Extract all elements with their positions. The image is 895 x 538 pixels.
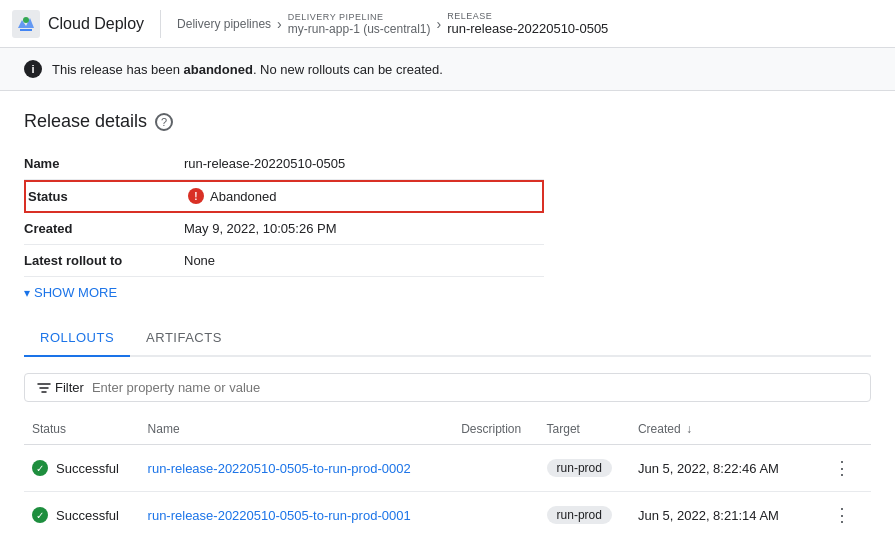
banner-message: This release has been abandoned. No new … <box>52 62 443 77</box>
error-icon: ! <box>188 188 204 204</box>
chevron-down-icon: ▾ <box>24 286 30 300</box>
row-1-status: ✓ Successful <box>24 445 140 492</box>
app-name: Cloud Deploy <box>48 15 144 33</box>
breadcrumb-release-name: run-release-20220510-0505 <box>447 21 608 36</box>
detail-label-latest-rollout: Latest rollout to <box>24 245 184 277</box>
row-2-target: run-prod <box>539 492 630 539</box>
detail-value-latest-rollout: None <box>184 245 544 277</box>
filter-text: Filter <box>55 380 84 395</box>
abandoned-label: abandoned <box>184 62 253 77</box>
filter-label: Filter <box>37 380 84 395</box>
breadcrumb-pipeline-section: DELIVERY PIPELINE my-run-app-1 (us-centr… <box>288 12 431 36</box>
tab-bar: ROLLOUTS ARTIFACTS <box>24 320 871 357</box>
logo-area: Cloud Deploy <box>12 10 161 38</box>
target-chip-2: run-prod <box>547 506 612 524</box>
rollouts-table: Status Name Description Target Created ↓… <box>24 414 871 538</box>
col-header-status: Status <box>24 414 140 445</box>
status-cell: ! Abandoned <box>188 188 540 204</box>
tab-artifacts[interactable]: ARTIFACTS <box>130 320 238 357</box>
row-2-description <box>453 492 538 539</box>
rollouts-table-header: Status Name Description Target Created ↓ <box>24 414 871 445</box>
detail-value-created: May 9, 2022, 10:05:26 PM <box>184 213 544 245</box>
filter-icon <box>37 381 51 395</box>
cloud-deploy-logo-icon <box>12 10 40 38</box>
info-icon: i <box>24 60 42 78</box>
detail-label-created: Created <box>24 213 184 245</box>
main-content: Release details ? Name run-release-20220… <box>0 91 895 538</box>
row-1-actions: ⋮ <box>819 445 871 492</box>
table-row: ✓ Successful run-release-20220510-0505-t… <box>24 445 871 492</box>
show-more-label: SHOW MORE <box>34 285 117 300</box>
target-chip-1: run-prod <box>547 459 612 477</box>
detail-label-name: Name <box>24 148 184 180</box>
success-icon-1: ✓ <box>32 460 48 476</box>
col-header-name: Name <box>140 414 454 445</box>
release-details-heading-area: Release details ? <box>24 111 871 132</box>
status-success-1: ✓ Successful <box>32 460 132 476</box>
row-2-created: Jun 5, 2022, 8:21:14 AM <box>630 492 819 539</box>
col-header-description: Description <box>453 414 538 445</box>
release-details-table: Name run-release-20220510-0505 Status ! … <box>24 148 544 277</box>
status-text: Abandoned <box>210 189 277 204</box>
col-header-created[interactable]: Created ↓ <box>630 414 819 445</box>
breadcrumb: Delivery pipelines › DELIVERY PIPELINE m… <box>161 11 608 36</box>
detail-row-created: Created May 9, 2022, 10:05:26 PM <box>24 213 544 245</box>
table-row: ✓ Successful run-release-20220510-0505-t… <box>24 492 871 539</box>
breadcrumb-delivery-pipelines[interactable]: Delivery pipelines <box>177 17 271 31</box>
detail-value-status: ! Abandoned <box>184 180 544 213</box>
row-1-more-button[interactable]: ⋮ <box>827 455 857 481</box>
sort-down-icon: ↓ <box>686 422 692 436</box>
status-label-2: Successful <box>56 508 119 523</box>
release-details-heading: Release details <box>24 111 147 132</box>
row-1-created: Jun 5, 2022, 8:22:46 AM <box>630 445 819 492</box>
breadcrumb-pipeline-name[interactable]: my-run-app-1 (us-central1) <box>288 22 431 36</box>
breadcrumb-release-section: RELEASE run-release-20220510-0505 <box>447 11 608 36</box>
help-icon[interactable]: ? <box>155 113 173 131</box>
row-1-description <box>453 445 538 492</box>
col-header-target: Target <box>539 414 630 445</box>
breadcrumb-release-label: RELEASE <box>447 11 608 21</box>
app-header: Cloud Deploy Delivery pipelines › DELIVE… <box>0 0 895 48</box>
row-2-actions: ⋮ <box>819 492 871 539</box>
breadcrumb-pipeline-label: DELIVERY PIPELINE <box>288 12 431 22</box>
row-2-name[interactable]: run-release-20220510-0505-to-run-prod-00… <box>140 492 454 539</box>
breadcrumb-chevron-2: › <box>437 16 442 32</box>
filter-bar: Filter <box>24 373 871 402</box>
row-2-more-button[interactable]: ⋮ <box>827 502 857 528</box>
detail-row-name: Name run-release-20220510-0505 <box>24 148 544 180</box>
abandoned-banner: i This release has been abandoned. No ne… <box>0 48 895 91</box>
row-1-target: run-prod <box>539 445 630 492</box>
tab-rollouts[interactable]: ROLLOUTS <box>24 320 130 357</box>
detail-label-status: Status <box>24 180 184 213</box>
svg-rect-0 <box>12 10 40 38</box>
status-success-2: ✓ Successful <box>32 507 132 523</box>
rollouts-table-body: ✓ Successful run-release-20220510-0505-t… <box>24 445 871 539</box>
detail-row-latest-rollout: Latest rollout to None <box>24 245 544 277</box>
detail-value-name: run-release-20220510-0505 <box>184 148 544 180</box>
row-2-status: ✓ Successful <box>24 492 140 539</box>
status-label-1: Successful <box>56 461 119 476</box>
success-icon-2: ✓ <box>32 507 48 523</box>
breadcrumb-chevron-1: › <box>277 16 282 32</box>
col-header-actions <box>819 414 871 445</box>
detail-row-status: Status ! Abandoned <box>24 180 544 213</box>
row-1-name[interactable]: run-release-20220510-0505-to-run-prod-00… <box>140 445 454 492</box>
svg-point-1 <box>23 17 29 23</box>
filter-input[interactable] <box>92 380 858 395</box>
show-more-button[interactable]: ▾ SHOW MORE <box>24 285 871 300</box>
